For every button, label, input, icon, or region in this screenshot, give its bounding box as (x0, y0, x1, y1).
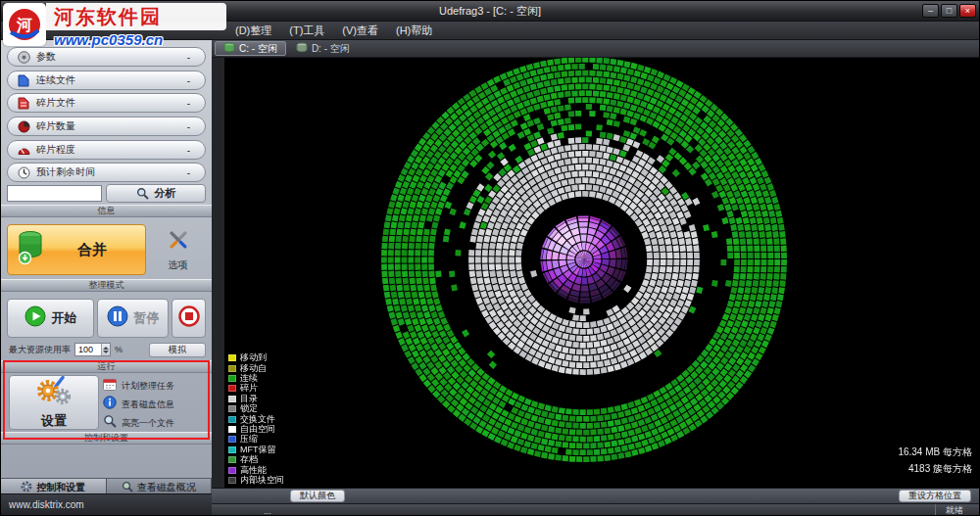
legend-swatch (228, 467, 236, 474)
legend-item: 内部块空间 (228, 476, 284, 485)
magnifier-icon (136, 187, 150, 201)
stat-row-time-remaining: 预计剩余时间 - (7, 163, 206, 182)
settings-button[interactable]: 设置 (9, 375, 99, 430)
drive-icon (223, 42, 235, 55)
status-left-text: ... (264, 506, 271, 516)
website-strip: www.disktrix.com (1, 493, 212, 515)
settings-label: 设置 (41, 412, 67, 430)
start-label: 开始 (52, 309, 77, 327)
legend-label: 内部块空间 (240, 476, 284, 485)
drive-tab-d[interactable]: D: - 空闲 (288, 41, 358, 56)
resource-usage-value: 100 (75, 345, 101, 354)
tab-label: 控制和设置 (36, 481, 85, 494)
legend-label: 锁定 (240, 404, 258, 413)
legend-swatch (228, 385, 236, 392)
fragmented-files-icon (17, 96, 30, 110)
statusbar: ... 就绪 (212, 503, 979, 516)
legend-swatch (228, 354, 236, 361)
menu-defrag[interactable]: (D)整理 (226, 23, 280, 38)
stat-label: 参数 (36, 50, 181, 64)
website-link[interactable]: www.disktrix.com (9, 499, 84, 510)
block-size-label: 16.34 MB 每方格 (898, 444, 972, 460)
options-button[interactable]: 选项 (149, 224, 207, 275)
spinner-arrows-icon[interactable] (101, 344, 110, 355)
merge-button[interactable]: 合并 (7, 224, 146, 275)
file-filter-input[interactable] (7, 185, 102, 202)
stat-row-contiguous-files: 连续文件 - (7, 70, 206, 90)
legend-label: 自由空间 (240, 425, 275, 434)
legend-item: 连续 (228, 374, 284, 383)
legend: 移动到移动自连续碎片目录锁定交换文件自由空间压缩MFT保留存档高性能内部块空间 (228, 353, 284, 485)
sidebar: 参数 - 连续文件 - 碎片文件 - 碎片数量 - (1, 40, 212, 515)
drive-tab-c[interactable]: C: - 空闲 (215, 41, 286, 56)
drive-tab-label: D: - 空闲 (312, 42, 350, 56)
fragmentation-level-icon (17, 143, 30, 157)
stat-row-parameters: 参数 - (7, 47, 206, 67)
legend-label: 高性能 (240, 466, 267, 475)
calendar-icon (103, 377, 117, 395)
info-icon (103, 396, 117, 413)
start-button[interactable]: 开始 (7, 299, 94, 338)
minimize-button[interactable]: – (922, 4, 939, 18)
legend-swatch (228, 426, 236, 433)
gear-icon (21, 481, 32, 494)
stop-icon (178, 305, 200, 331)
close-button[interactable]: × (959, 4, 976, 18)
legend-swatch (228, 375, 236, 382)
legend-label: 连续 (240, 374, 258, 383)
stop-button[interactable] (172, 299, 206, 338)
legend-item: 锁定 (228, 404, 284, 413)
volume-icon (17, 50, 30, 64)
fragment-count-icon (17, 119, 30, 133)
merge-label: 合并 (49, 241, 135, 259)
pause-icon (107, 305, 128, 331)
play-icon (24, 305, 46, 331)
magnifier-icon (103, 414, 117, 432)
menu-help[interactable]: (H)帮助 (387, 23, 441, 38)
stat-value: - (187, 121, 196, 132)
legend-item: 碎片 (228, 384, 284, 393)
app-window: Udefrag3 - [C: - 空闲] – □ × (D)整理 (T)工具 (… (0, 0, 980, 516)
menu-view[interactable]: (V)查看 (333, 23, 387, 38)
stat-value: - (187, 75, 196, 86)
block-info: 16.34 MB 每方格 4183 簇每方格 (898, 444, 972, 477)
block-clusters-label: 4183 簇每方格 (898, 460, 972, 477)
simulate-button[interactable]: 模拟 (149, 343, 206, 357)
legend-label: 移动到 (240, 353, 267, 362)
stat-value: - (187, 145, 196, 156)
legend-swatch (228, 396, 236, 402)
schedule-defrag-item[interactable]: 计划整理任务 (103, 377, 209, 395)
disk-map-canvas[interactable] (224, 58, 980, 488)
stat-label: 碎片文件 (36, 96, 181, 110)
stat-value: - (187, 52, 196, 63)
menu-tools[interactable]: (T)工具 (280, 23, 333, 38)
control-section-header: 控制和设置 (1, 432, 212, 445)
stat-value: - (187, 167, 196, 178)
view-disk-info-label: 查看磁盘信息 (122, 399, 174, 411)
gears-icon (34, 376, 74, 411)
legend-item: 存档 (228, 455, 284, 464)
pause-button[interactable]: 暂停 (97, 299, 169, 338)
stat-row-fragment-level: 碎片程度 - (7, 140, 206, 160)
default-colors-button[interactable]: 默认颜色 (290, 490, 345, 502)
schedule-defrag-label: 计划整理任务 (122, 380, 174, 393)
stat-row-fragment-count: 碎片数量 - (7, 117, 206, 136)
disk-magnifier-icon (122, 481, 133, 494)
view-disk-info-item[interactable]: 查看磁盘信息 (103, 396, 209, 413)
highlight-file-item[interactable]: 高亮一个文件 (103, 414, 209, 432)
stat-label: 预计剩余时间 (36, 165, 181, 179)
legend-label: MFT保留 (240, 446, 276, 454)
legend-label: 移动自 (240, 364, 267, 373)
legend-item: 高性能 (228, 466, 284, 475)
legend-item: 自由空间 (228, 425, 284, 434)
drive-tab-label: C: - 空闲 (239, 42, 277, 56)
analyze-button[interactable]: 分析 (106, 184, 206, 203)
map-toolbar: 默认颜色 重设方格位置 (212, 488, 979, 503)
reset-blocks-button[interactable]: 重设方格位置 (899, 490, 971, 502)
stat-value: - (187, 98, 196, 109)
titlebar: Udefrag3 - [C: - 空闲] – □ × (1, 1, 979, 22)
resource-usage-combo[interactable]: 100 (74, 343, 111, 356)
legend-label: 目录 (240, 395, 258, 403)
legend-item: 移动自 (228, 364, 284, 373)
maximize-button[interactable]: □ (941, 4, 957, 18)
